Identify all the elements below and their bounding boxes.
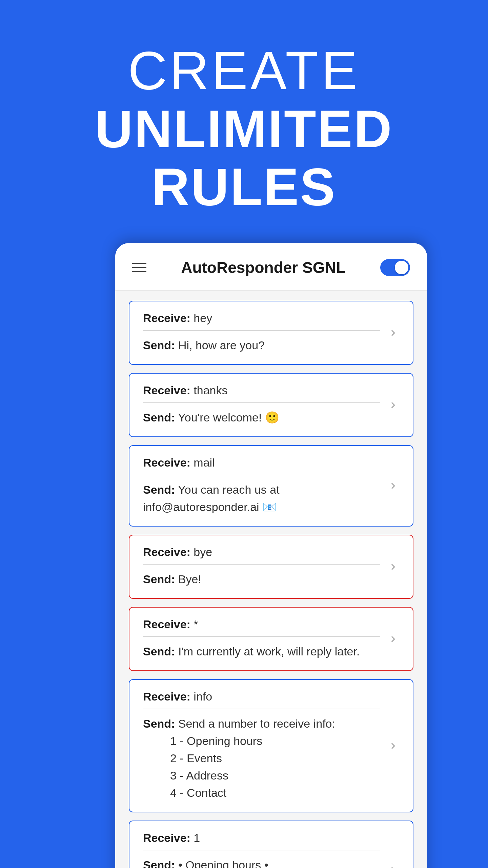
rule-card-3[interactable]: Receive: mail Send: You can reach us at … <box>129 445 413 527</box>
receive-label-3: Receive: <box>143 456 190 469</box>
rule-7-arrow[interactable] <box>380 831 399 868</box>
rule-1-receive-value: hey <box>194 312 212 324</box>
send-label-2: Send: <box>143 411 175 424</box>
rule-6-send-line2: 1 - Opening hours <box>143 734 262 747</box>
rule-5-receive: Receive: * <box>143 618 380 637</box>
rule-2-arrow[interactable] <box>380 384 399 426</box>
rule-4-receive-value: bye <box>194 546 212 558</box>
rule-card-2[interactable]: Receive: thanks Send: You're welcome! 🙂 <box>129 373 413 437</box>
rule-7-receive: Receive: 1 <box>143 831 380 850</box>
chevron-right-icon-3 <box>387 480 399 492</box>
app-title: AutoResponder SGNL <box>181 258 346 277</box>
rule-3-arrow[interactable] <box>380 456 399 516</box>
rules-list: Receive: hey Send: Hi, how are you? R <box>115 291 427 868</box>
rule-2-send-value: You're welcome! 🙂 <box>178 411 279 424</box>
rule-7-send-value: • Opening hours • <box>178 859 268 868</box>
chevron-right-icon-4 <box>387 561 399 573</box>
rule-2-receive: Receive: thanks <box>143 384 380 403</box>
rule-content-2: Receive: thanks Send: You're welcome! 🙂 <box>143 384 380 426</box>
receive-label-4: Receive: <box>143 546 190 558</box>
rule-content-3: Receive: mail Send: You can reach us at … <box>143 456 380 516</box>
chevron-right-icon-6 <box>387 740 399 752</box>
receive-label: Receive: <box>143 312 190 324</box>
send-label-5: Send: <box>143 645 175 658</box>
hero-section: CREATE UNLIMITED RULES <box>0 0 488 243</box>
rule-6-send-value: Send a number to receive info: <box>178 717 335 730</box>
rule-card-7[interactable]: Receive: 1 Send: • Opening hours • Monda… <box>129 821 413 868</box>
send-label: Send: <box>143 339 175 352</box>
rule-3-receive-value: mail <box>194 456 215 469</box>
app-card: AutoResponder SGNL Receive: hey Send: Hi… <box>115 243 427 868</box>
rule-6-send-line3: 2 - Events <box>143 752 222 765</box>
chevron-right-icon <box>387 327 399 339</box>
send-label-4: Send: <box>143 573 175 586</box>
rule-5-receive-value: * <box>194 618 198 631</box>
rule-card-4[interactable]: Receive: bye Send: Bye! <box>129 535 413 599</box>
rule-content-1: Receive: hey Send: Hi, how are you? <box>143 312 380 354</box>
rule-1-send: Send: Hi, how are you? <box>143 337 380 354</box>
rule-content-6: Receive: info Send: Send a number to rec… <box>143 690 380 802</box>
rule-content-7: Receive: 1 Send: • Opening hours • Monda… <box>143 831 380 868</box>
rule-3-send: Send: You can reach us at info@autorespo… <box>143 481 380 516</box>
rule-6-arrow[interactable] <box>380 690 399 802</box>
chevron-right-icon-5 <box>387 633 399 645</box>
rule-6-send: Send: Send a number to receive info: 1 -… <box>143 715 380 802</box>
receive-label-5: Receive: <box>143 618 190 631</box>
rule-7-receive-value: 1 <box>194 831 200 844</box>
rule-6-receive-value: info <box>194 690 212 703</box>
rule-5-send: Send: I'm currently at work, will reply … <box>143 643 380 660</box>
rule-content-5: Receive: * Send: I'm currently at work, … <box>143 618 380 660</box>
rule-7-send: Send: • Opening hours • Monday - Thursda… <box>143 856 380 868</box>
rule-2-receive-value: thanks <box>194 384 227 397</box>
rule-1-send-value: Hi, how are you? <box>178 339 265 352</box>
hamburger-menu-icon[interactable] <box>132 263 146 272</box>
rule-2-send: Send: You're welcome! 🙂 <box>143 409 380 426</box>
receive-label-2: Receive: <box>143 384 190 397</box>
receive-label-6: Receive: <box>143 690 190 703</box>
phone-container: AutoResponder SGNL Receive: hey Send: Hi… <box>115 243 427 868</box>
rule-6-receive: Receive: info <box>143 690 380 709</box>
rule-3-receive: Receive: mail <box>143 456 380 475</box>
rule-6-send-line5: 4 - Contact <box>143 786 226 799</box>
rule-content-4: Receive: bye Send: Bye! <box>143 546 380 588</box>
rule-4-receive: Receive: bye <box>143 546 380 565</box>
rule-4-arrow[interactable] <box>380 546 399 588</box>
rule-4-send-value: Bye! <box>178 573 201 586</box>
chevron-right-icon-2 <box>387 399 399 411</box>
rule-1-arrow[interactable] <box>380 312 399 354</box>
rule-6-send-line4: 3 - Address <box>143 769 228 782</box>
rule-1-receive: Receive: hey <box>143 312 380 331</box>
toggle-switch[interactable] <box>380 259 410 276</box>
rule-4-send: Send: Bye! <box>143 571 380 588</box>
app-header: AutoResponder SGNL <box>115 243 427 291</box>
rule-5-send-value: I'm currently at work, will reply later. <box>178 645 360 658</box>
receive-label-7: Receive: <box>143 831 190 844</box>
send-label-6: Send: <box>143 717 175 730</box>
rule-card-6[interactable]: Receive: info Send: Send a number to rec… <box>129 679 413 812</box>
hero-create-text: CREATE <box>20 41 468 100</box>
rule-5-arrow[interactable] <box>380 618 399 660</box>
send-label-7: Send: <box>143 859 175 868</box>
rule-card-5[interactable]: Receive: * Send: I'm currently at work, … <box>129 607 413 671</box>
chevron-right-icon-7 <box>387 864 399 868</box>
rule-card-1[interactable]: Receive: hey Send: Hi, how are you? <box>129 301 413 365</box>
hero-unlimited-text: UNLIMITED RULES <box>20 100 468 216</box>
send-label-3: Send: <box>143 483 175 496</box>
